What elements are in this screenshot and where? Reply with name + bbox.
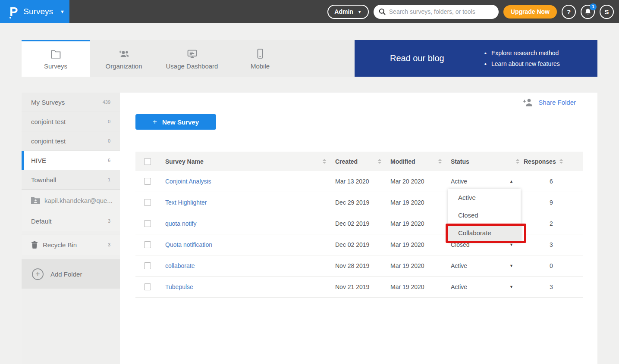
status-value: Closed (451, 241, 470, 248)
table-row: collaborate Nov 28 2019 Mar 19 2020 Acti… (135, 255, 583, 277)
folder-label: Townhall (31, 176, 56, 184)
row-created: Nov 28 2019 (329, 262, 385, 269)
row-created: Mar 13 2020 (329, 178, 385, 185)
notifications-button[interactable]: 1 (581, 5, 595, 19)
surveys-panel: Share Folder + New Survey Survey Name Cr… (120, 93, 597, 364)
survey-name-link[interactable]: Conjoint Analysis (165, 178, 211, 185)
status-caret-icon[interactable]: ▲ (509, 179, 513, 184)
new-survey-button[interactable]: + New Survey (135, 114, 216, 130)
status-option-closed[interactable]: Closed (448, 206, 521, 224)
folder-icon (50, 49, 61, 59)
sidebar-item-conjoint-test-2[interactable]: conjoint test 0 (22, 131, 120, 151)
folder-count: 6 (108, 158, 110, 163)
survey-name-link[interactable]: Text Highlighter (165, 199, 207, 206)
shared-folders-section: kapil.khandekar@que... Default 3 (22, 190, 120, 231)
row-modified: Mar 19 2020 (385, 262, 445, 269)
chevron-down-icon: ▼ (358, 9, 362, 14)
row-checkbox[interactable] (144, 220, 151, 227)
row-modified: Mar 19 2020 (385, 283, 445, 290)
row-responses: 3 (523, 241, 583, 248)
status-option-active[interactable]: Active (448, 189, 521, 206)
status-select[interactable]: Active ▼ (445, 283, 523, 290)
search-icon (379, 8, 386, 15)
sidebar-item-recycle-bin[interactable]: Recycle Bin 3 (22, 234, 120, 255)
tab-usage-dashboard[interactable]: Usage Dashboard (158, 40, 226, 77)
sidebar-item-conjoint-test-1[interactable]: conjoint test 0 (22, 112, 120, 131)
row-responses: 2 (523, 220, 583, 227)
table-row: Tubepulse Nov 21 2019 Mar 19 2020 Active… (135, 277, 583, 298)
status-select[interactable]: Active ▼ (445, 262, 523, 269)
top-bar: P Surveys ▼ Admin ▼ Upgrade Now ? 1 S (0, 0, 619, 23)
col-modified[interactable]: Modified (385, 158, 445, 165)
question-mark-icon: ? (567, 8, 571, 16)
row-responses: 3 (523, 283, 583, 290)
help-button[interactable]: ? (562, 5, 576, 19)
col-status[interactable]: Status (445, 158, 523, 165)
status-caret-icon[interactable]: ▼ (509, 264, 513, 268)
folder-label: conjoint test (31, 118, 66, 125)
status-caret-icon[interactable]: ▼ (509, 285, 513, 289)
folder-label: Default (31, 218, 52, 225)
folder-label: kapil.khandekar@que... (44, 197, 113, 204)
product-menu[interactable]: P Surveys ▼ (0, 0, 69, 23)
tab-label: Organization (105, 62, 142, 70)
upgrade-now-button[interactable]: Upgrade Now (503, 5, 557, 19)
blog-banner[interactable]: Read our blog Explore research method Le… (355, 40, 597, 77)
survey-name-link[interactable]: Quota notification (165, 241, 212, 248)
row-checkbox[interactable] (144, 199, 151, 206)
folder-count: 1 (108, 177, 110, 182)
sidebar-item-default[interactable]: Default 3 (22, 211, 120, 231)
row-checkbox[interactable] (144, 283, 151, 290)
person-add-icon (523, 98, 534, 106)
chevron-down-icon: ▼ (60, 9, 65, 14)
row-checkbox[interactable] (144, 178, 151, 185)
row-created: Dec 02 2019 (329, 220, 385, 227)
avatar[interactable]: S (600, 5, 614, 19)
status-value: Active (451, 283, 467, 290)
tab-mobile[interactable]: Mobile (226, 40, 294, 77)
folders-sidebar: My Surveys 439 conjoint test 0 conjoint … (22, 93, 120, 364)
column-label: Responses (524, 158, 556, 165)
admin-menu[interactable]: Admin ▼ (327, 5, 368, 19)
column-label: Created (335, 158, 358, 165)
sort-icon[interactable] (323, 159, 326, 164)
sort-icon[interactable] (438, 159, 442, 164)
row-created: Nov 21 2019 (329, 283, 385, 290)
row-checkbox[interactable] (144, 262, 151, 269)
search-input[interactable] (389, 8, 493, 15)
survey-name-link[interactable]: collaborate (165, 262, 195, 269)
column-label: Modified (390, 158, 415, 165)
col-responses[interactable]: Responses (523, 158, 583, 165)
topbar-actions: Admin ▼ Upgrade Now ? 1 S (327, 5, 619, 19)
sidebar-item-shared-account[interactable]: kapil.khandekar@que... (22, 190, 120, 211)
tab-organization[interactable]: Organization (90, 40, 158, 77)
sort-icon[interactable] (559, 159, 563, 164)
tab-surveys[interactable]: Surveys (22, 40, 90, 77)
row-checkbox[interactable] (144, 241, 151, 248)
mobile-icon (257, 49, 264, 59)
sort-icon[interactable] (516, 159, 519, 164)
sidebar-item-townhall[interactable]: Townhall 1 (22, 170, 120, 190)
survey-name-link[interactable]: quota notify (165, 220, 196, 227)
select-all-checkbox[interactable] (144, 158, 151, 165)
status-caret-icon[interactable]: ▼ (509, 243, 513, 247)
sort-icon[interactable] (378, 159, 381, 164)
tab-label: Usage Dashboard (166, 62, 218, 70)
row-modified: Mar 19 2020 (385, 199, 445, 206)
search-box (374, 5, 499, 19)
sidebar-item-my-surveys[interactable]: My Surveys 439 (22, 93, 120, 112)
module-tabs: Surveys Organization Usage Dashboard Mob… (22, 40, 294, 77)
status-select[interactable]: Active ▲ (445, 178, 523, 185)
sidebar-item-hive[interactable]: HIVE 6 (22, 151, 120, 170)
new-survey-label: New Survey (162, 118, 199, 126)
avatar-letter: S (604, 8, 609, 16)
status-option-collaborate[interactable]: Collaborate (448, 224, 521, 242)
survey-name-link[interactable]: Tubepulse (165, 283, 193, 290)
col-created[interactable]: Created (329, 158, 385, 165)
status-select[interactable]: Closed ▼ (445, 241, 523, 248)
col-survey-name[interactable]: Survey Name (160, 158, 329, 165)
share-folder-link[interactable]: Share Folder (523, 98, 576, 106)
add-folder-button[interactable]: + Add Folder (22, 259, 120, 289)
status-dropdown-menu: Active Closed Collaborate (448, 189, 521, 242)
folder-count: 439 (103, 100, 110, 105)
